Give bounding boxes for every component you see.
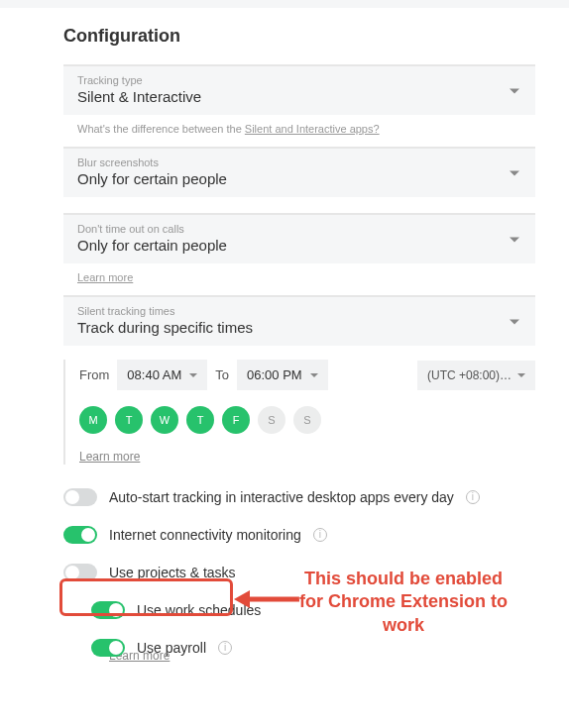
schedules-label: Use work schedules <box>137 602 261 618</box>
silent-times-select[interactable]: Silent tracking times Track during speci… <box>63 295 535 346</box>
tracking-type-select[interactable]: Tracking type Silent & Interactive <box>63 64 535 115</box>
schedules-row: Use work schedules <box>91 601 535 619</box>
autostart-toggle[interactable] <box>63 488 97 506</box>
helper-text: What's the difference between the <box>77 123 245 135</box>
field-value: Silent & Interactive <box>77 88 521 105</box>
timezone-value: (UTC +08:00)… <box>427 368 512 382</box>
payroll-toggle[interactable] <box>91 639 125 657</box>
field-label: Tracking type <box>77 74 521 86</box>
day-chip-1[interactable]: T <box>115 406 143 434</box>
info-icon[interactable]: i <box>313 528 327 542</box>
internet-toggle[interactable] <box>63 526 97 544</box>
chevron-down-icon <box>517 373 525 377</box>
from-label: From <box>79 367 109 382</box>
day-chip-3[interactable]: T <box>186 406 214 434</box>
silent-times-detail: From 08:40 AM To 06:00 PM (UTC +08:00)… … <box>63 360 535 465</box>
schedules-toggle[interactable] <box>91 601 125 619</box>
chevron-down-icon <box>310 373 318 377</box>
calls-learn-more-link[interactable]: Learn more <box>77 271 133 283</box>
projects-toggle[interactable] <box>63 564 97 581</box>
from-time-value: 08:40 AM <box>127 367 181 382</box>
to-time-value: 06:00 PM <box>247 367 302 382</box>
toggle-group: Auto-start tracking in interactive deskt… <box>63 488 535 663</box>
chevron-down-icon <box>510 170 519 175</box>
day-chip-5[interactable]: S <box>258 406 285 434</box>
day-chip-2[interactable]: W <box>151 406 178 434</box>
tracking-type-helper: What's the difference between the Silent… <box>63 115 535 147</box>
chevron-down-icon <box>510 319 519 324</box>
from-time-select[interactable]: 08:40 AM <box>117 360 207 390</box>
chevron-down-icon <box>189 373 197 377</box>
chevron-down-icon <box>510 88 519 93</box>
autostart-label: Auto-start tracking in interactive deskt… <box>109 489 454 505</box>
field-value: Track during specific times <box>77 319 521 336</box>
to-label: To <box>215 367 229 382</box>
window-topbar <box>0 0 569 8</box>
config-panel: Configuration Tracking type Silent & Int… <box>0 8 569 663</box>
blur-screenshots-select[interactable]: Blur screenshots Only for certain people <box>63 147 535 197</box>
internet-label: Internet connectivity monitoring <box>109 527 301 543</box>
autostart-row: Auto-start tracking in interactive deskt… <box>63 488 535 506</box>
field-label: Silent tracking times <box>77 305 521 317</box>
silent-times-learn-more-link[interactable]: Learn more <box>79 450 140 464</box>
to-time-select[interactable]: 06:00 PM <box>237 360 328 390</box>
projects-row: Use projects & tasks <box>63 564 535 581</box>
info-icon[interactable]: i <box>466 490 480 504</box>
page-title: Configuration <box>63 26 535 47</box>
chevron-down-icon <box>510 237 519 242</box>
field-value: Only for certain people <box>77 170 521 187</box>
day-chip-4[interactable]: F <box>222 406 250 434</box>
day-chip-6[interactable]: S <box>293 406 321 434</box>
time-range-row: From 08:40 AM To 06:00 PM (UTC +08:00)… <box>79 360 535 390</box>
field-value: Only for certain people <box>77 237 521 254</box>
field-label: Don't time out on calls <box>77 223 521 235</box>
silent-interactive-link[interactable]: Silent and Interactive apps? <box>245 123 380 135</box>
day-chip-0[interactable]: M <box>79 406 107 434</box>
field-label: Blur screenshots <box>77 156 521 168</box>
timezone-select[interactable]: (UTC +08:00)… <box>417 361 535 390</box>
calls-learn-more-wrap: Learn more <box>63 263 535 295</box>
projects-label: Use projects & tasks <box>109 565 236 580</box>
internet-row: Internet connectivity monitoring i <box>63 526 535 544</box>
days-row: MTWTFSS <box>79 406 535 434</box>
timeout-calls-select[interactable]: Don't time out on calls Only for certain… <box>63 213 535 263</box>
info-icon[interactable]: i <box>218 641 232 655</box>
